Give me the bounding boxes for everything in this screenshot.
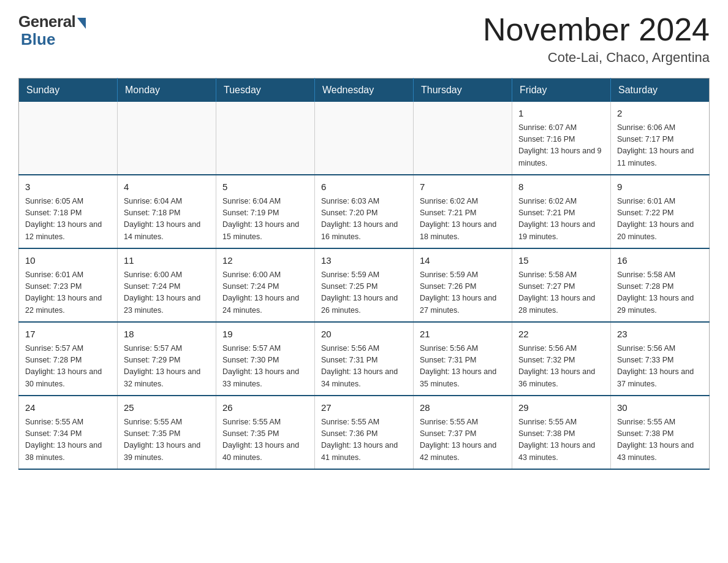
calendar-cell: 21Sunrise: 5:56 AMSunset: 7:31 PMDayligh…: [414, 322, 512, 396]
day-info: Sunrise: 5:55 AMSunset: 7:37 PMDaylight:…: [420, 416, 506, 464]
calendar-cell: [118, 102, 216, 175]
calendar-week-4: 17Sunrise: 5:57 AMSunset: 7:28 PMDayligh…: [19, 322, 710, 396]
day-number: 22: [518, 327, 604, 342]
day-info: Sunrise: 6:00 AMSunset: 7:24 PMDaylight:…: [222, 269, 308, 317]
calendar-cell: 5Sunrise: 6:04 AMSunset: 7:19 PMDaylight…: [216, 175, 315, 248]
day-info: Sunrise: 5:56 AMSunset: 7:32 PMDaylight:…: [518, 343, 604, 391]
day-info: Sunrise: 6:03 AMSunset: 7:20 PMDaylight:…: [321, 196, 407, 243]
weekday-header-sunday: Sunday: [19, 79, 118, 102]
day-info: Sunrise: 5:59 AMSunset: 7:26 PMDaylight:…: [420, 269, 506, 317]
day-info: Sunrise: 5:55 AMSunset: 7:38 PMDaylight:…: [518, 416, 604, 464]
day-number: 5: [222, 180, 308, 194]
day-number: 8: [518, 180, 604, 194]
day-number: 2: [617, 107, 703, 121]
calendar-subtitle: Cote-Lai, Chaco, Argentina: [483, 50, 710, 66]
logo: General Blue: [18, 12, 86, 49]
day-info: Sunrise: 5:55 AMSunset: 7:34 PMDaylight:…: [25, 416, 111, 464]
calendar-cell: 10Sunrise: 6:01 AMSunset: 7:23 PMDayligh…: [19, 248, 118, 322]
day-info: Sunrise: 6:01 AMSunset: 7:23 PMDaylight:…: [25, 269, 111, 317]
day-number: 13: [321, 254, 407, 268]
calendar-cell: 6Sunrise: 6:03 AMSunset: 7:20 PMDaylight…: [315, 175, 414, 248]
day-info: Sunrise: 5:55 AMSunset: 7:36 PMDaylight:…: [321, 416, 407, 464]
day-info: Sunrise: 5:58 AMSunset: 7:27 PMDaylight:…: [518, 269, 604, 317]
day-number: 28: [420, 401, 506, 415]
day-number: 6: [321, 180, 407, 194]
day-number: 26: [222, 401, 308, 415]
calendar-cell: 30Sunrise: 5:55 AMSunset: 7:38 PMDayligh…: [611, 396, 710, 469]
calendar-cell: 18Sunrise: 5:57 AMSunset: 7:29 PMDayligh…: [118, 322, 216, 396]
calendar-cell: 28Sunrise: 5:55 AMSunset: 7:37 PMDayligh…: [414, 396, 512, 469]
day-info: Sunrise: 6:02 AMSunset: 7:21 PMDaylight:…: [518, 196, 604, 243]
day-info: Sunrise: 5:57 AMSunset: 7:28 PMDaylight:…: [25, 343, 111, 391]
day-info: Sunrise: 6:07 AMSunset: 7:16 PMDaylight:…: [518, 122, 604, 170]
calendar-cell: 2Sunrise: 6:06 AMSunset: 7:17 PMDaylight…: [611, 102, 710, 175]
day-number: 19: [222, 327, 308, 342]
day-number: 1: [518, 107, 604, 121]
logo-blue-text: Blue: [20, 30, 55, 49]
day-info: Sunrise: 6:06 AMSunset: 7:17 PMDaylight:…: [617, 122, 703, 170]
day-number: 16: [617, 254, 703, 268]
calendar-cell: 3Sunrise: 6:05 AMSunset: 7:18 PMDaylight…: [19, 175, 118, 248]
calendar-cell: 19Sunrise: 5:57 AMSunset: 7:30 PMDayligh…: [216, 322, 315, 396]
calendar-cell: 16Sunrise: 5:58 AMSunset: 7:28 PMDayligh…: [611, 248, 710, 322]
calendar-cell: [414, 102, 512, 175]
calendar-cell: 22Sunrise: 5:56 AMSunset: 7:32 PMDayligh…: [512, 322, 611, 396]
calendar-cell: 17Sunrise: 5:57 AMSunset: 7:28 PMDayligh…: [19, 322, 118, 396]
day-info: Sunrise: 6:01 AMSunset: 7:22 PMDaylight:…: [617, 196, 703, 243]
day-info: Sunrise: 5:56 AMSunset: 7:33 PMDaylight:…: [617, 343, 703, 391]
day-number: 29: [518, 401, 604, 415]
calendar-week-1: 1Sunrise: 6:07 AMSunset: 7:16 PMDaylight…: [19, 102, 710, 175]
day-number: 21: [420, 327, 506, 342]
calendar-cell: 7Sunrise: 6:02 AMSunset: 7:21 PMDaylight…: [414, 175, 512, 248]
day-info: Sunrise: 5:58 AMSunset: 7:28 PMDaylight:…: [617, 269, 703, 317]
calendar-week-3: 10Sunrise: 6:01 AMSunset: 7:23 PMDayligh…: [19, 248, 710, 322]
day-info: Sunrise: 5:56 AMSunset: 7:31 PMDaylight:…: [420, 343, 506, 391]
calendar-cell: 13Sunrise: 5:59 AMSunset: 7:25 PMDayligh…: [315, 248, 414, 322]
day-info: Sunrise: 6:04 AMSunset: 7:18 PMDaylight:…: [124, 196, 210, 243]
day-number: 18: [124, 327, 210, 342]
calendar-cell: 12Sunrise: 6:00 AMSunset: 7:24 PMDayligh…: [216, 248, 315, 322]
day-info: Sunrise: 5:57 AMSunset: 7:30 PMDaylight:…: [222, 343, 308, 391]
weekday-header-tuesday: Tuesday: [216, 79, 315, 102]
calendar-cell: 1Sunrise: 6:07 AMSunset: 7:16 PMDaylight…: [512, 102, 611, 175]
day-info: Sunrise: 5:55 AMSunset: 7:35 PMDaylight:…: [222, 416, 308, 464]
day-info: Sunrise: 6:00 AMSunset: 7:24 PMDaylight:…: [124, 269, 210, 317]
day-number: 10: [25, 254, 111, 268]
calendar-cell: [216, 102, 315, 175]
calendar-cell: 23Sunrise: 5:56 AMSunset: 7:33 PMDayligh…: [611, 322, 710, 396]
day-number: 20: [321, 327, 407, 342]
weekday-header-friday: Friday: [512, 79, 611, 102]
calendar-cell: 27Sunrise: 5:55 AMSunset: 7:36 PMDayligh…: [315, 396, 414, 469]
calendar-title: November 2024: [483, 12, 710, 47]
day-number: 25: [124, 401, 210, 415]
calendar-cell: 24Sunrise: 5:55 AMSunset: 7:34 PMDayligh…: [19, 396, 118, 469]
title-section: November 2024 Cote-Lai, Chaco, Argentina: [483, 12, 710, 66]
calendar-cell: [315, 102, 414, 175]
calendar-cell: 26Sunrise: 5:55 AMSunset: 7:35 PMDayligh…: [216, 396, 315, 469]
day-number: 7: [420, 180, 506, 194]
logo-general-text: General: [18, 12, 75, 31]
day-number: 3: [25, 180, 111, 194]
day-number: 11: [124, 254, 210, 268]
weekday-header-row: SundayMondayTuesdayWednesdayThursdayFrid…: [19, 79, 710, 102]
day-info: Sunrise: 5:56 AMSunset: 7:31 PMDaylight:…: [321, 343, 407, 391]
calendar-cell: 9Sunrise: 6:01 AMSunset: 7:22 PMDaylight…: [611, 175, 710, 248]
day-number: 23: [617, 327, 703, 342]
weekday-header-thursday: Thursday: [414, 79, 512, 102]
day-info: Sunrise: 6:02 AMSunset: 7:21 PMDaylight:…: [420, 196, 506, 243]
calendar-cell: 25Sunrise: 5:55 AMSunset: 7:35 PMDayligh…: [118, 396, 216, 469]
day-number: 4: [124, 180, 210, 194]
calendar-table: SundayMondayTuesdayWednesdayThursdayFrid…: [18, 78, 710, 470]
weekday-header-wednesday: Wednesday: [315, 79, 414, 102]
day-number: 30: [617, 401, 703, 415]
calendar-cell: 29Sunrise: 5:55 AMSunset: 7:38 PMDayligh…: [512, 396, 611, 469]
day-number: 14: [420, 254, 506, 268]
calendar-cell: 11Sunrise: 6:00 AMSunset: 7:24 PMDayligh…: [118, 248, 216, 322]
weekday-header-saturday: Saturday: [611, 79, 710, 102]
calendar-cell: 15Sunrise: 5:58 AMSunset: 7:27 PMDayligh…: [512, 248, 611, 322]
calendar-week-5: 24Sunrise: 5:55 AMSunset: 7:34 PMDayligh…: [19, 396, 710, 469]
calendar-cell: [19, 102, 118, 175]
day-info: Sunrise: 5:55 AMSunset: 7:38 PMDaylight:…: [617, 416, 703, 464]
day-number: 24: [25, 401, 111, 415]
day-info: Sunrise: 5:59 AMSunset: 7:25 PMDaylight:…: [321, 269, 407, 317]
